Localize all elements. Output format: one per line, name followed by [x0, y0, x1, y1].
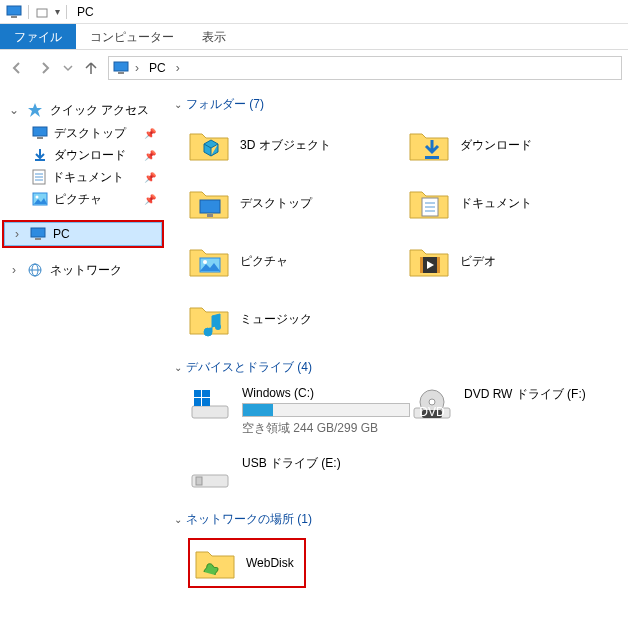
collapse-icon: ⌄	[174, 362, 182, 373]
sidebar-item-pictures[interactable]: ピクチャ 📌	[0, 188, 170, 210]
svg-rect-22	[207, 214, 213, 217]
section-network-locations: ⌄ ネットワークの場所 (1) WebDisk	[170, 511, 628, 592]
sidebar-pc[interactable]: › PC	[4, 222, 162, 246]
network-folder-icon	[194, 544, 236, 582]
pin-icon: 📌	[144, 172, 156, 183]
svg-rect-30	[420, 257, 423, 273]
expand-icon[interactable]: ›	[8, 263, 20, 277]
drive-label: Windows (C:)	[242, 386, 410, 400]
history-dropdown[interactable]	[62, 57, 74, 79]
sidebar-network-label: ネットワーク	[50, 262, 122, 279]
qat-restore-icon[interactable]	[35, 5, 49, 19]
folder-icon	[408, 240, 450, 282]
sidebar-quick-access[interactable]: ⌄ クイック アクセス	[0, 98, 170, 122]
svg-rect-0	[7, 6, 21, 15]
drive-c[interactable]: Windows (C:) 空き領域 244 GB/299 GB	[188, 386, 410, 437]
sidebar-network[interactable]: › ネットワーク	[0, 258, 170, 282]
section-devices: ⌄ デバイスとドライブ (4) Windows (C:) 空き領域 244 GB…	[170, 359, 628, 497]
folder-pictures[interactable]: ピクチャ	[188, 239, 398, 283]
sidebar-item-label: ピクチャ	[54, 191, 102, 208]
svg-rect-8	[35, 159, 45, 161]
folder-videos[interactable]: ビデオ	[408, 239, 618, 283]
folder-icon	[188, 240, 230, 282]
svg-point-14	[36, 196, 39, 199]
section-title: フォルダー (7)	[186, 96, 264, 113]
chevron-right-icon[interactable]: ›	[176, 61, 180, 75]
svg-rect-16	[35, 238, 41, 240]
folder-label: 3D オブジェクト	[240, 137, 331, 154]
separator	[66, 5, 67, 19]
section-header-devices[interactable]: ⌄ デバイスとドライブ (4)	[170, 359, 628, 376]
main: ⌄ クイック アクセス デスクトップ 📌 ダウンロード 📌 ドキュメント	[0, 86, 628, 642]
svg-rect-38	[194, 398, 201, 406]
usb-drive-icon	[188, 455, 232, 493]
svg-rect-37	[202, 390, 210, 397]
pin-icon: 📌	[144, 128, 156, 139]
address-bar[interactable]: › PC ›	[108, 56, 622, 80]
section-header-folders[interactable]: ⌄ フォルダー (7)	[170, 96, 628, 113]
folder-label: ミュージック	[240, 311, 312, 328]
quick-access-label: クイック アクセス	[50, 102, 149, 119]
folder-downloads[interactable]: ダウンロード	[408, 123, 618, 167]
chevron-right-icon[interactable]: ›	[135, 61, 139, 75]
sidebar: ⌄ クイック アクセス デスクトップ 📌 ダウンロード 📌 ドキュメント	[0, 86, 170, 642]
separator	[28, 5, 29, 19]
download-icon	[32, 147, 48, 163]
collapse-icon[interactable]: ⌄	[8, 103, 20, 117]
svg-rect-34	[192, 406, 228, 418]
drive-dvd[interactable]: DVD DVD RW ドライブ (F:)	[410, 386, 618, 437]
forward-button[interactable]	[34, 57, 56, 79]
folder-3d-objects[interactable]: 3D オブジェクト	[188, 123, 398, 167]
expand-icon[interactable]: ›	[11, 227, 23, 241]
sidebar-item-label: ダウンロード	[54, 147, 126, 164]
folder-icon	[188, 182, 230, 224]
sidebar-item-desktop[interactable]: デスクトップ 📌	[0, 122, 170, 144]
qat-chevron-icon[interactable]: ▾	[55, 6, 60, 17]
desktop-icon	[32, 126, 48, 140]
section-folders: ⌄ フォルダー (7) 3D オブジェクト ダウンロード デスクトップ	[170, 96, 628, 345]
section-header-netloc[interactable]: ⌄ ネットワークの場所 (1)	[170, 511, 628, 528]
svg-text:DVD: DVD	[419, 405, 445, 419]
svg-rect-48	[196, 477, 202, 485]
pin-icon: 📌	[144, 194, 156, 205]
svg-point-28	[203, 260, 207, 264]
svg-marker-5	[28, 103, 42, 117]
tab-view[interactable]: 表示	[188, 24, 240, 49]
sidebar-pc-label: PC	[53, 227, 70, 241]
drive-usb[interactable]: USB ドライブ (E:)	[188, 455, 410, 493]
up-button[interactable]	[80, 57, 102, 79]
folder-music[interactable]: ミュージック	[188, 297, 398, 341]
folder-icon	[408, 182, 450, 224]
drive-label: DVD RW ドライブ (F:)	[464, 386, 586, 403]
svg-rect-7	[37, 137, 43, 139]
collapse-icon: ⌄	[174, 514, 182, 525]
navigation-row: › PC ›	[0, 50, 628, 86]
sidebar-item-documents[interactable]: ドキュメント 📌	[0, 166, 170, 188]
drive-icon	[188, 386, 232, 424]
network-location-webdisk[interactable]: WebDisk	[188, 538, 306, 588]
sidebar-item-downloads[interactable]: ダウンロード 📌	[0, 144, 170, 166]
svg-rect-6	[33, 127, 47, 136]
section-title: ネットワークの場所 (1)	[186, 511, 312, 528]
drive-usage-bar	[242, 403, 410, 417]
svg-rect-15	[31, 228, 45, 237]
tab-file[interactable]: ファイル	[0, 24, 76, 49]
sidebar-item-label: デスクトップ	[54, 125, 126, 142]
folder-documents[interactable]: ドキュメント	[408, 181, 618, 225]
drive-label: USB ドライブ (E:)	[242, 455, 341, 472]
breadcrumb-pc[interactable]: PC	[145, 59, 170, 77]
svg-rect-1	[11, 16, 17, 18]
svg-rect-2	[37, 9, 47, 17]
network-location-label: WebDisk	[246, 556, 294, 570]
folder-label: デスクトップ	[240, 195, 312, 212]
titlebar: ▾ PC	[0, 0, 628, 24]
tab-computer[interactable]: コンピューター	[76, 24, 188, 49]
svg-point-33	[215, 324, 221, 330]
ribbon-tabs: ファイル コンピューター 表示	[0, 24, 628, 50]
folder-icon	[408, 124, 450, 166]
star-icon	[26, 102, 44, 118]
back-button[interactable]	[6, 57, 28, 79]
pc-icon	[29, 226, 47, 242]
folder-desktop[interactable]: デスクトップ	[188, 181, 398, 225]
folder-label: ピクチャ	[240, 253, 288, 270]
